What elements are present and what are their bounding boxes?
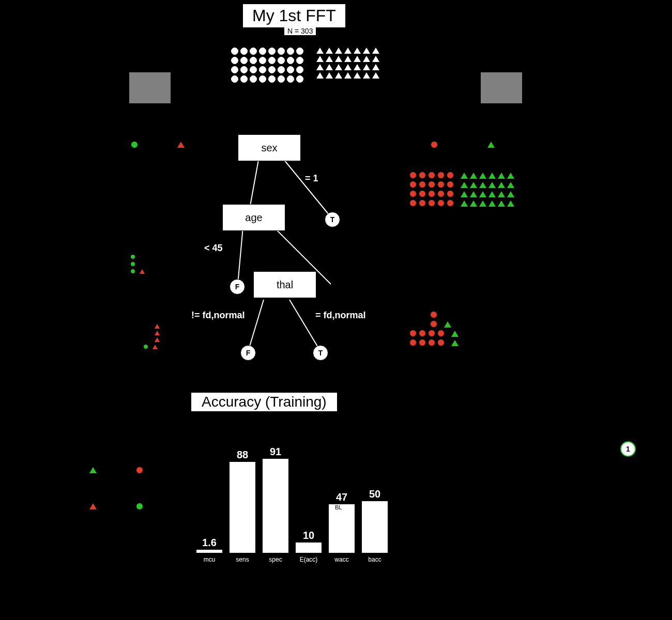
svg-line-5 xyxy=(248,300,264,351)
svg-line-0 xyxy=(284,160,331,217)
bar-label-spec: spec xyxy=(260,556,291,563)
tree-exit-sex-true-icons xyxy=(408,171,515,208)
tree-exit-age-false-icons xyxy=(129,253,146,275)
tree-exit-thal-false-icons xyxy=(142,323,161,350)
bar-label-E(acc): E(acc) xyxy=(293,556,324,563)
accuracy-title: Accuracy (Training) xyxy=(191,393,337,411)
bar-value-spec: 91 xyxy=(260,446,291,458)
bar-sens xyxy=(230,462,255,553)
bar-E(acc) xyxy=(296,542,322,553)
baseline-marker: BL xyxy=(335,504,342,510)
tree-exit-thal-true: T xyxy=(313,345,328,361)
tree-node-thal-left-label: != fd,normal xyxy=(191,310,245,321)
bar-value-wacc: 47 xyxy=(326,491,357,503)
accuracy-bar-chart: 1.6mcu88sens91spec10E(acc)47wacc50baccBL xyxy=(191,429,398,563)
tree-node-age: age xyxy=(222,204,285,231)
confusion-matrix xyxy=(62,455,155,527)
tree-exit-age-false: F xyxy=(230,279,245,295)
bar-label-sens: sens xyxy=(227,556,258,563)
roc-panel: 1 xyxy=(512,429,646,563)
tree-node-thal: thal xyxy=(253,271,316,298)
bar-bacc xyxy=(362,501,388,553)
bar-label-bacc: bacc xyxy=(359,556,390,563)
tree-node-sex: sex xyxy=(238,134,301,161)
bar-value-sens: 88 xyxy=(227,449,258,461)
tree-exit-thal-false: F xyxy=(240,345,256,361)
roc-point-1: 1 xyxy=(620,441,636,457)
tree-node-sex-right-label: = 1 xyxy=(305,173,318,184)
tree-node-age-left-label: < 45 xyxy=(204,243,223,254)
bar-label-wacc: wacc xyxy=(326,556,357,563)
bar-value-bacc: 50 xyxy=(359,488,390,500)
tree-exit-thal-true-icons xyxy=(408,310,460,347)
svg-line-3 xyxy=(238,227,243,284)
svg-line-4 xyxy=(289,300,320,351)
bar-label-mcu: mcu xyxy=(194,556,225,563)
tree-node-thal-right-label: = fd,normal xyxy=(315,310,366,321)
bar-value-mcu: 1.6 xyxy=(194,537,225,549)
bar-wacc xyxy=(329,504,355,553)
tree-exit-sex-true: T xyxy=(325,212,340,227)
bar-mcu xyxy=(196,550,222,553)
bar-value-E(acc): 10 xyxy=(293,530,324,541)
bar-spec xyxy=(263,459,288,553)
